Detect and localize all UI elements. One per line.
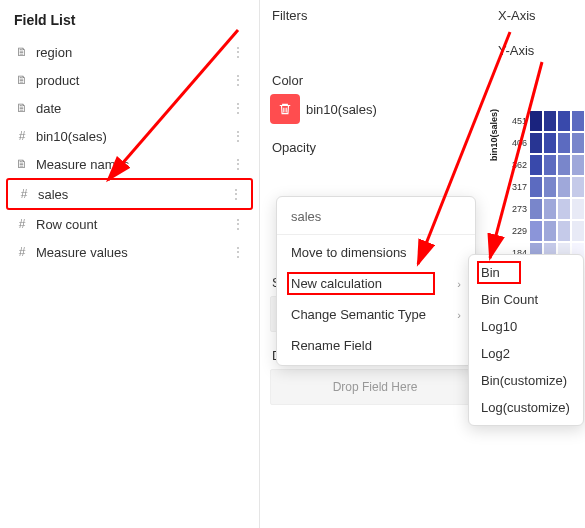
opacity-label: Opacity [270,140,480,155]
heatmap-cell [529,132,543,154]
document-icon: 🗎 [14,73,30,87]
heatmap-cell [543,198,557,220]
heatmap-cell [571,132,585,154]
filters-label: Filters [270,8,480,23]
heatmap-cell [557,154,571,176]
heatmap-tick: 229 [505,226,529,236]
heatmap-cell [543,154,557,176]
document-icon: 🗎 [14,101,30,115]
field-label: product [36,73,231,88]
heatmap-cell [543,132,557,154]
field-item-date[interactable]: 🗎date⋮ [6,94,253,122]
field-label: Measure values [36,245,231,260]
x-axis-label: X-Axis [494,8,581,23]
field-list-title: Field List [6,8,253,38]
field-more-icon[interactable]: ⋮ [231,156,245,172]
context-menu-header: sales [277,201,475,235]
heatmap-row: 273 [505,198,585,220]
heatmap-cell [529,154,543,176]
context-item-label: New calculation [291,276,382,291]
filters-shelf: Filters [270,8,480,23]
hash-icon: # [14,245,30,259]
heatmap-cell [543,220,557,242]
field-more-icon[interactable]: ⋮ [231,72,245,88]
heatmap-row: 362 [505,154,585,176]
submenu-item-bin-customize-[interactable]: Bin(customize) [469,367,583,394]
heatmap-cell [557,220,571,242]
submenu-item-bin[interactable]: Bin [469,259,583,286]
heatmap-tick: 406 [505,138,529,148]
heatmap-cell [529,198,543,220]
submenu-item-log10[interactable]: Log10 [469,313,583,340]
heatmap-y-axis-label: bin10(sales) [489,109,499,161]
document-icon: 🗎 [14,45,30,59]
heatmap-row: 406 [505,132,585,154]
heatmap-tick: 317 [505,182,529,192]
heatmap-tick: 451 [505,116,529,126]
field-item-bin10-sales-[interactable]: #bin10(sales)⋮ [6,122,253,150]
context-item-label: Rename Field [291,338,372,353]
field-item-row-count[interactable]: #Row count⋮ [6,210,253,238]
field-item-region[interactable]: 🗎region⋮ [6,38,253,66]
heatmap-tick: 273 [505,204,529,214]
new-calculation-submenu: BinBin CountLog10Log2Bin(customize)Log(c… [468,254,584,426]
context-item-label: Move to dimensions [291,245,407,260]
heatmap-tick: 362 [505,160,529,170]
heatmap-cell [571,110,585,132]
field-more-icon[interactable]: ⋮ [229,186,243,202]
heatmap-row: 317 [505,176,585,198]
heatmap-cell [543,110,557,132]
hash-icon: # [14,129,30,143]
field-more-icon[interactable]: ⋮ [231,244,245,260]
chevron-right-icon: › [457,309,461,321]
heatmap-row: 229 [505,220,585,242]
field-label: Measure names [36,157,231,172]
submenu-item-bin-count[interactable]: Bin Count [469,286,583,313]
context-item-rename-field[interactable]: Rename Field [277,330,475,361]
heatmap-row: 451 [505,110,585,132]
heatmap-preview: bin10(sales) 451406362317273229184 [505,110,585,264]
heatmap-cell [529,110,543,132]
field-item-sales[interactable]: #sales⋮ [6,178,253,210]
context-item-label: Change Semantic Type [291,307,426,322]
field-label: region [36,45,231,60]
heatmap-cell [529,220,543,242]
hash-icon: # [14,217,30,231]
hash-icon: # [16,187,32,201]
delete-pill-button[interactable] [270,94,300,124]
field-label: date [36,101,231,116]
details-drop-zone[interactable]: Drop Field Here [270,369,480,405]
heatmap-cell [571,176,585,198]
heatmap-cell [571,154,585,176]
heatmap-cell [557,176,571,198]
color-shelf: Color bin10(sales) [270,73,480,124]
y-axis-label: Y-Axis [494,43,581,58]
context-item-new-calculation[interactable]: New calculation› [277,268,475,299]
context-item-change-semantic-type[interactable]: Change Semantic Type› [277,299,475,330]
field-item-measure-values[interactable]: #Measure values⋮ [6,238,253,266]
field-context-menu: sales Move to dimensionsNew calculation›… [276,196,476,366]
field-item-product[interactable]: 🗎product⋮ [6,66,253,94]
field-list-panel: Field List 🗎region⋮🗎product⋮🗎date⋮#bin10… [0,0,260,528]
field-more-icon[interactable]: ⋮ [231,44,245,60]
heatmap-cell [543,176,557,198]
color-pill[interactable]: bin10(sales) [270,94,480,124]
document-icon: 🗎 [14,157,30,171]
heatmap-cell [557,132,571,154]
chevron-right-icon: › [457,278,461,290]
heatmap-cell [557,198,571,220]
field-item-measure-names[interactable]: 🗎Measure names⋮ [6,150,253,178]
heatmap-cell [571,220,585,242]
field-label: bin10(sales) [36,129,231,144]
color-label: Color [270,73,480,88]
context-item-move-to-dimensions[interactable]: Move to dimensions [277,237,475,268]
submenu-item-log-customize-[interactable]: Log(customize) [469,394,583,421]
field-more-icon[interactable]: ⋮ [231,216,245,232]
submenu-item-log2[interactable]: Log2 [469,340,583,367]
field-more-icon[interactable]: ⋮ [231,128,245,144]
field-more-icon[interactable]: ⋮ [231,100,245,116]
field-label: sales [38,187,229,202]
heatmap-cell [529,176,543,198]
field-label: Row count [36,217,231,232]
color-pill-label: bin10(sales) [306,102,377,117]
